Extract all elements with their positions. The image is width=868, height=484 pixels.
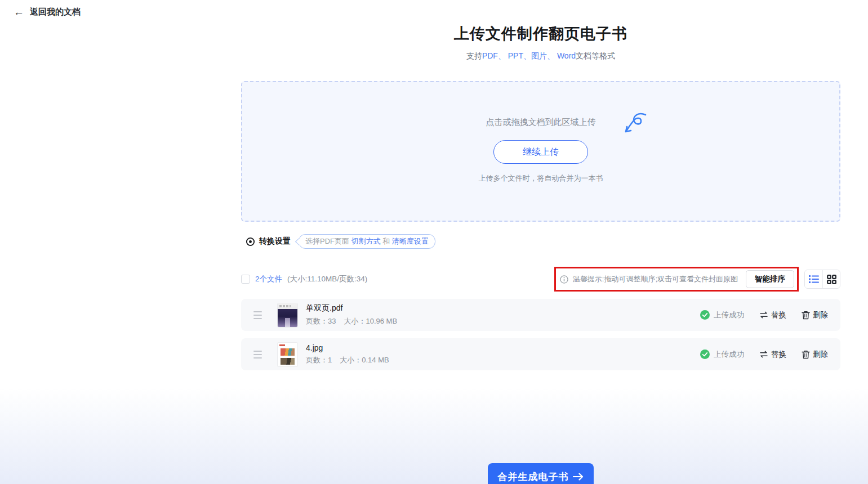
bubble-prefix: 选择PDF页面 bbox=[305, 237, 351, 245]
back-button[interactable]: ← 返回我的文档 bbox=[14, 7, 81, 17]
pages-label: 页数： bbox=[306, 317, 328, 325]
upload-dropzone[interactable]: 点击或拖拽文档到此区域上传 继续上传 上传多个文件时，将自动合并为一本书 bbox=[241, 81, 840, 222]
drag-handle-icon[interactable] bbox=[252, 348, 263, 361]
merge-generate-button[interactable]: 合并生成电子书 bbox=[488, 463, 594, 484]
delete-label: 删除 bbox=[813, 349, 828, 360]
file-count[interactable]: 2个文件 bbox=[255, 274, 282, 284]
cursor-swirl-arrow-icon bbox=[622, 110, 649, 137]
supported-formats-line: 支持PDF、 PPT、图片、 Word文档等格式 bbox=[241, 51, 840, 61]
info-icon bbox=[560, 275, 568, 284]
row-actions: 上传成功 替换 删除 bbox=[700, 349, 828, 360]
file-info: 4.jpg 页数：1大小：0.14 MB bbox=[306, 343, 389, 365]
list-view-icon bbox=[809, 275, 819, 284]
file-summary: (大小:11.10MB/页数:34) bbox=[287, 274, 367, 284]
continue-upload-button[interactable]: 继续上传 bbox=[493, 140, 588, 164]
upload-status: 上传成功 bbox=[700, 349, 744, 360]
subtitle-suffix: 文档等格式 bbox=[576, 51, 615, 60]
format-link-ppt[interactable]: PPT、 bbox=[508, 51, 531, 60]
file-list-header-left: 2个文件 (大小:11.10MB/页数:34) bbox=[241, 274, 367, 284]
tip-text: 温馨提示:拖动可调整顺序;双击可查看文件封面原图 bbox=[573, 274, 738, 284]
split-mode-link[interactable]: 切割方式 bbox=[351, 237, 381, 245]
back-label: 返回我的文档 bbox=[30, 7, 81, 17]
format-link-pdf[interactable]: PDF、 bbox=[482, 51, 508, 60]
dropzone-hint: 点击或拖拽文档到此区域上传 bbox=[486, 117, 596, 128]
replace-button[interactable]: 替换 bbox=[759, 310, 786, 320]
replace-label: 替换 bbox=[771, 349, 786, 360]
drag-handle-icon[interactable] bbox=[252, 309, 263, 321]
pages-label: 页数： bbox=[306, 356, 328, 364]
select-all-checkbox[interactable] bbox=[241, 275, 250, 284]
conversion-settings-row: 转换设置 选择PDF页面 切割方式 和 清晰度设置 bbox=[241, 234, 840, 249]
success-check-icon bbox=[700, 349, 710, 359]
bubble-middle: 和 bbox=[381, 237, 392, 245]
arrow-right-icon bbox=[573, 473, 584, 481]
file-meta: 页数：33大小：10.96 MB bbox=[306, 316, 397, 326]
file-meta: 页数：1大小：0.14 MB bbox=[306, 355, 389, 365]
tip-highlight-box: 温馨提示:拖动可调整顺序;双击可查看文件封面原图 智能排序 bbox=[554, 267, 799, 292]
subtitle-prefix: 支持 bbox=[466, 51, 482, 60]
file-name: 4.jpg bbox=[306, 343, 389, 352]
swap-icon bbox=[759, 351, 768, 358]
replace-button[interactable]: 替换 bbox=[759, 349, 786, 360]
format-link-word[interactable]: Word bbox=[557, 51, 576, 60]
replace-label: 替换 bbox=[771, 310, 786, 320]
smart-sort-button[interactable]: 智能排序 bbox=[746, 270, 794, 288]
page-title: 上传文件制作翻页电子书 bbox=[241, 24, 840, 44]
status-text: 上传成功 bbox=[714, 310, 744, 320]
size-label: 大小： bbox=[344, 317, 366, 325]
delete-label: 删除 bbox=[813, 310, 828, 320]
file-list-header-right: 温馨提示:拖动可调整顺序;双击可查看文件封面原图 智能排序 bbox=[554, 267, 840, 292]
delete-button[interactable]: 删除 bbox=[802, 349, 828, 360]
pages-value: 1 bbox=[328, 356, 332, 364]
view-toggle bbox=[804, 270, 840, 289]
pages-value: 33 bbox=[328, 317, 336, 325]
grid-view-button[interactable] bbox=[822, 270, 840, 288]
status-text: 上传成功 bbox=[714, 349, 744, 360]
file-thumbnail[interactable] bbox=[278, 303, 297, 327]
page: ← 返回我的文档 上传文件制作翻页电子书 支持PDF、 PPT、图片、 Word… bbox=[0, 0, 868, 484]
file-row[interactable]: 4.jpg 页数：1大小：0.14 MB 上传成功 替换 bbox=[241, 338, 840, 370]
trash-icon bbox=[802, 350, 810, 359]
row-actions: 上传成功 替换 删除 bbox=[700, 310, 828, 320]
size-value: 0.14 MB bbox=[362, 356, 389, 364]
file-name: 单双页.pdf bbox=[306, 303, 397, 313]
target-icon bbox=[246, 237, 255, 247]
upload-status: 上传成功 bbox=[700, 310, 744, 320]
arrow-left-icon: ← bbox=[14, 7, 24, 17]
success-check-icon bbox=[700, 310, 710, 320]
settings-label: 转换设置 bbox=[259, 236, 291, 247]
size-label: 大小： bbox=[340, 356, 362, 364]
merge-generate-label: 合并生成电子书 bbox=[498, 470, 569, 483]
main-content: 上传文件制作翻页电子书 支持PDF、 PPT、图片、 Word文档等格式 点击或… bbox=[241, 0, 840, 370]
file-row[interactable]: 单双页.pdf 页数：33大小：10.96 MB 上传成功 替换 bbox=[241, 299, 840, 331]
format-link-image[interactable]: 图片、 bbox=[531, 51, 557, 60]
list-view-button[interactable] bbox=[805, 270, 822, 288]
file-thumbnail[interactable] bbox=[278, 343, 297, 366]
delete-button[interactable]: 删除 bbox=[802, 310, 828, 320]
clarity-setting-link[interactable]: 清晰度设置 bbox=[392, 237, 429, 245]
file-list-header: 2个文件 (大小:11.10MB/页数:34) 温馨提示:拖动可调整顺序;双击可… bbox=[241, 267, 840, 292]
grid-view-icon bbox=[827, 275, 836, 284]
file-info: 单双页.pdf 页数：33大小：10.96 MB bbox=[306, 303, 397, 326]
settings-bubble: 选择PDF页面 切割方式 和 清晰度设置 bbox=[299, 234, 435, 249]
swap-icon bbox=[759, 311, 768, 319]
trash-icon bbox=[802, 311, 810, 320]
size-value: 10.96 MB bbox=[366, 317, 397, 325]
dropzone-note: 上传多个文件时，将自动合并为一本书 bbox=[479, 173, 603, 183]
